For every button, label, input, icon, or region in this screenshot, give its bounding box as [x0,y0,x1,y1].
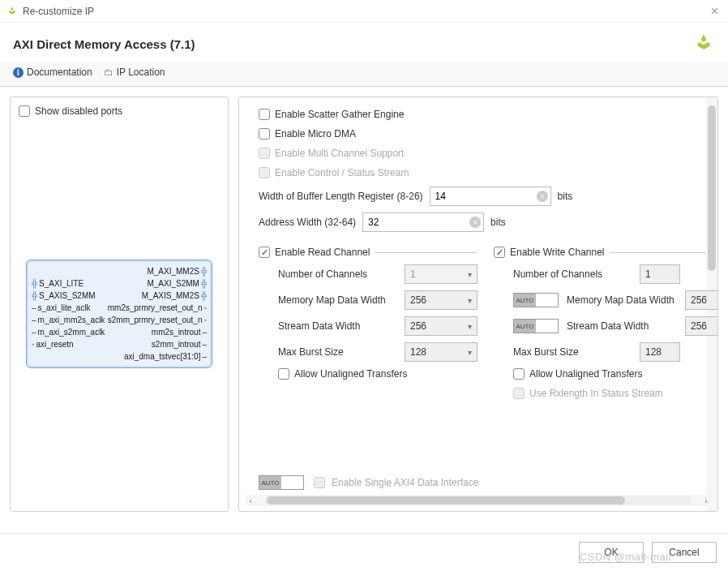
read-allow-unaligned-label: Allow Unaligned Transfers [294,368,407,380]
address-width-unit: bits [490,217,506,228]
read-stream-value: 256 [410,320,426,332]
header: AXI Direct Memory Access (7.1) [0,23,728,62]
port-right: s2mm_introut [152,339,201,350]
chevron-down-icon: ▾ [468,348,472,357]
single-axi4-auto-toggle[interactable]: AUTO [259,475,304,490]
read-allow-unaligned-row[interactable]: Allow Unaligned Transfers [278,368,477,380]
write-stream-auto-toggle[interactable]: AUTO [513,319,559,333]
address-width-label: Address Width (32-64) [259,217,356,228]
documentation-link[interactable]: i Documentation [13,67,92,78]
window-title: Re-customize IP [23,6,94,17]
write-allow-unaligned-row[interactable]: Allow Unaligned Transfers [513,368,717,380]
single-axi4-row: AUTO Enable Single AXI4 Data Interface [239,470,717,493]
port-left: m_axi_s2mm_aclk [38,327,105,337]
read-stream-label: Stream Data Width [278,320,400,332]
write-burst-label: Max Burst Size [513,346,635,358]
address-width-row: Address Width (32-64) × bits [259,213,698,232]
write-use-rxlength-row: Use Rxlength In Status Stream [513,388,717,399]
port-right: M_AXIS_MM2S [142,290,199,301]
address-width-input[interactable] [362,213,484,232]
enable-ctrl-status-checkbox [259,167,270,178]
write-stream-label: Stream Data Width [567,320,680,332]
ip-block-diagram: M_AXI_MM2S╬ ╬S_AXI_LITE M_AXI_S2MM╬ ╬S_A… [26,260,212,368]
port-right: mm2s_introut [152,327,201,337]
write-use-rxlength-checkbox [513,388,525,399]
read-stream-select[interactable]: 256 ▾ [405,316,477,336]
titlebar: Re-customize IP × [0,0,728,23]
scroll-right-icon[interactable]: › [701,496,711,505]
port-right: s2mm_prmry_reset_out_n [108,315,203,325]
write-burst-value-box: 128 [640,342,680,362]
port-left: axi_resetn [36,339,74,350]
footer: OK Cancel [0,533,728,571]
close-icon[interactable]: × [708,4,722,19]
app-logo-icon [6,6,18,17]
clear-icon[interactable]: × [469,217,481,228]
enable-micro-dma-row[interactable]: Enable Micro DMA [259,128,698,140]
enable-multi-channel-label: Enable Multi Channel Support [275,148,404,159]
ip-location-label: IP Location [117,67,165,78]
enable-ctrl-status-label: Enable Control / Status Stream [275,167,409,178]
single-axi4-checkbox [314,477,325,488]
read-allow-unaligned-checkbox[interactable] [278,368,289,380]
chevron-down-icon: ▾ [468,270,472,279]
write-num-channels-value: 1 [640,264,680,284]
write-num-channels-label: Number of Channels [513,268,635,280]
read-mem-map-value: 256 [410,294,426,306]
enable-scatter-gather-checkbox[interactable] [259,109,270,120]
read-burst-label: Max Burst Size [278,346,400,358]
write-mem-map-value-box: 256 [685,290,717,310]
port-right: mm2s_prmry_reset_out_n [108,303,203,313]
left-panel: Show disabled ports M_AXI_MM2S╬ ╬S_AXI_L… [10,97,229,512]
enable-micro-dma-checkbox[interactable] [259,128,270,140]
read-burst-value: 128 [410,346,426,358]
read-mem-map-label: Memory Map Data Width [278,294,400,306]
show-disabled-ports-label: Show disabled ports [35,105,122,117]
buffer-length-unit: bits [558,191,573,202]
single-axi4-label: Enable Single AXI4 Data Interface [332,477,478,488]
right-panel: Enable Scatter Gather Engine Enable Micr… [238,97,718,512]
chevron-down-icon: ▾ [468,322,472,331]
read-burst-select[interactable]: 128 ▾ [405,342,477,362]
write-allow-unaligned-checkbox[interactable] [513,368,525,380]
buffer-length-input[interactable] [430,187,551,206]
port-left: m_axi_mm2s_aclk [38,315,105,325]
chevron-down-icon: ▾ [468,296,472,305]
documentation-label: Documentation [27,67,92,78]
info-icon: i [13,67,24,78]
enable-ctrl-status-row: Enable Control / Status Stream [259,167,698,178]
read-num-channels-label: Number of Channels [278,268,400,280]
write-use-rxlength-label: Use Rxlength In Status Stream [529,388,663,399]
read-channel-group: Enable Read Channel Number of Channels 1… [259,238,477,407]
read-mem-map-select[interactable]: 256 ▾ [405,290,477,310]
ok-button[interactable]: OK [579,542,644,563]
port-right: axi_dma_tstvec[31:0] [124,351,201,362]
buffer-length-label: Width of Buffer Length Register (8-26) [259,191,423,202]
port-right: M_AXI_MM2S [147,266,199,277]
enable-scatter-gather-row[interactable]: Enable Scatter Gather Engine [259,109,698,120]
write-allow-unaligned-label: Allow Unaligned Transfers [529,368,642,380]
show-disabled-ports-row[interactable]: Show disabled ports [19,105,220,117]
enable-read-channel-checkbox[interactable] [259,247,270,258]
folder-icon: 🗀 [104,67,113,78]
ip-location-link[interactable]: 🗀 IP Location [104,67,165,78]
write-mem-map-auto-toggle[interactable]: AUTO [513,293,559,307]
enable-micro-dma-label: Enable Micro DMA [275,128,356,140]
enable-multi-channel-checkbox [259,148,270,159]
port-left: s_axi_lite_aclk [38,303,91,313]
write-channel-group: Enable Write Channel Number of Channels … [494,238,717,407]
cancel-button[interactable]: Cancel [652,542,717,563]
page-title: AXI Direct Memory Access (7.1) [13,37,692,51]
read-num-channels-value: 1 [410,268,416,280]
write-mem-map-label: Memory Map Data Width [567,294,680,306]
port-left: S_AXI_LITE [39,278,84,289]
read-num-channels-select[interactable]: 1 ▾ [405,264,477,284]
enable-write-channel-label: Enable Write Channel [510,247,605,258]
enable-multi-channel-row: Enable Multi Channel Support [259,148,698,159]
enable-scatter-gather-label: Enable Scatter Gather Engine [275,109,404,120]
enable-write-channel-checkbox[interactable] [494,247,505,258]
scroll-left-icon[interactable]: ‹ [246,496,255,505]
clear-icon[interactable]: × [537,191,548,202]
horizontal-scrollbar[interactable]: ‹ › [246,495,711,506]
show-disabled-ports-checkbox[interactable] [19,105,30,117]
